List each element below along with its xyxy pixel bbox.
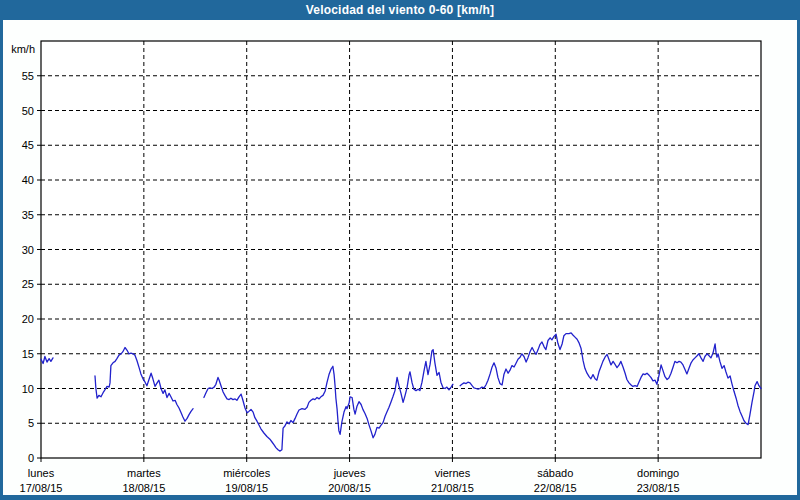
window-titlebar: Velocidad del viento 0-60 [km/h] [0, 0, 800, 20]
x-day-label: miércoles [223, 467, 271, 479]
y-tick-label: 20 [22, 313, 34, 325]
x-date-label: 18/08/15 [122, 482, 165, 494]
y-tick-label: 15 [22, 348, 34, 360]
y-tick-label: 0 [28, 452, 34, 464]
app-window: 0510152025303540455055km/hlunes17/08/15m… [0, 0, 800, 500]
y-tick-label: 40 [22, 174, 34, 186]
wind-speed-chart: 0510152025303540455055km/hlunes17/08/15m… [0, 0, 800, 500]
y-axis-unit-label: km/h [11, 43, 35, 55]
y-tick-label: 10 [22, 383, 34, 395]
x-day-label: sábado [537, 467, 573, 479]
window-title: Velocidad del viento 0-60 [km/h] [306, 3, 494, 17]
y-tick-label: 50 [22, 105, 34, 117]
x-date-label: 21/08/15 [431, 482, 474, 494]
x-date-label: 23/08/15 [637, 482, 680, 494]
x-date-label: 19/08/15 [225, 482, 268, 494]
y-tick-label: 45 [22, 139, 34, 151]
x-day-label: viernes [435, 467, 471, 479]
x-day-label: domingo [637, 467, 679, 479]
y-tick-label: 55 [22, 70, 34, 82]
x-date-label: 22/08/15 [534, 482, 577, 494]
x-date-label: 20/08/15 [328, 482, 371, 494]
y-tick-label: 35 [22, 209, 34, 221]
y-tick-label: 25 [22, 278, 34, 290]
window-border-bottom [0, 495, 800, 500]
x-date-label: 17/08/15 [20, 482, 63, 494]
x-day-label: jueves [333, 467, 366, 479]
y-tick-label: 30 [22, 244, 34, 256]
x-day-label: martes [127, 467, 161, 479]
y-tick-label: 5 [28, 417, 34, 429]
x-day-label: lunes [28, 467, 55, 479]
window-border-left [0, 20, 3, 500]
